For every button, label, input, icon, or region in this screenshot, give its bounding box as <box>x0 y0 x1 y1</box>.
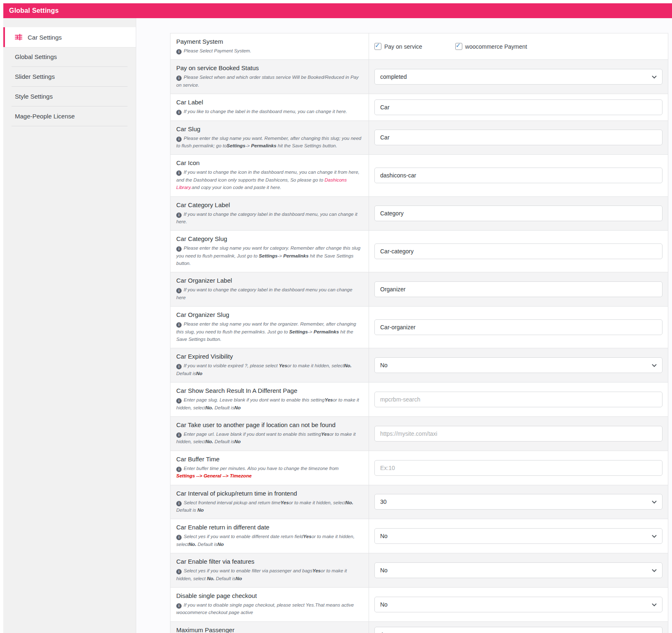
setting-control-cell <box>369 451 668 485</box>
desc-bold-text: No <box>234 405 241 410</box>
settings-row-car-category-label: Car Category LabeliIf you want to change… <box>170 197 668 231</box>
info-icon: i <box>176 603 182 609</box>
setting-control-cell <box>369 417 668 451</box>
select-value: No <box>380 601 388 608</box>
car-icon-input[interactable] <box>374 168 663 183</box>
desc-text: If you want to change the category label… <box>176 287 353 300</box>
setting-description: iSelect yes if you want to enable differ… <box>176 533 362 548</box>
desc-bold-text: Yes <box>312 568 321 573</box>
layout: Car SettingsGlobal SettingsSlider Settin… <box>3 18 672 633</box>
desc-text: Default is <box>213 439 234 444</box>
info-icon: i <box>176 467 182 472</box>
setting-label: Payment System <box>176 38 362 45</box>
info-icon: i <box>176 398 182 404</box>
settings-row-car-category-slug: Car Category SlugiPlease enter the slug … <box>170 231 668 272</box>
info-icon: i <box>176 110 182 115</box>
setting-label-cell: Payment SystemiPlease Select Payment Sys… <box>170 33 369 59</box>
setting-control-cell <box>369 383 668 416</box>
settings-row-car-enable-filter-via-features: Car Enable filter via featuresiSelect ye… <box>170 553 668 588</box>
check-icon: ✓ <box>375 42 380 49</box>
desc-bold-text: No. <box>344 363 352 368</box>
setting-label-cell: Maximum PassengeriSet maximum passenger … <box>170 622 369 633</box>
car-category-label-input[interactable] <box>374 205 663 221</box>
info-icon: i <box>176 170 182 176</box>
car-buffer-time-input[interactable] <box>374 460 663 476</box>
chevron-down-icon <box>651 534 657 539</box>
main-content: Payment SystemiPlease Select Payment Sys… <box>136 18 672 633</box>
setting-label: Car Take user to another page if locatio… <box>176 421 362 428</box>
pay-on-service-booked-status-select[interactable]: completed <box>374 69 663 85</box>
desc-text: If you like to change the label in the d… <box>184 109 347 114</box>
desc-bold-text: Permalinks <box>251 143 276 148</box>
setting-label: Car Label <box>176 99 362 106</box>
setting-control-cell <box>369 197 668 231</box>
setting-label: Car Buffer Time <box>176 456 362 463</box>
car-take-user-to-another-page-if-location-can-not-be-found-input[interactable] <box>374 426 663 442</box>
desc-red-text: Settings --> General --> Timezone <box>176 473 252 478</box>
settings-row-car-label: Car LabeliIf you like to change the labe… <box>170 94 668 120</box>
desc-bold-text: No <box>197 508 203 513</box>
car-organizer-slug-input[interactable] <box>374 319 663 335</box>
desc-text: -> <box>245 143 251 148</box>
setting-description: iIf you want to change the category labe… <box>176 286 362 301</box>
checkbox-woocommerce-payment[interactable]: ✓woocommerce Payment <box>455 43 527 50</box>
desc-text: or to make it hidden, select <box>287 363 344 368</box>
car-slug-input[interactable] <box>374 130 663 145</box>
setting-description: iIf you want to disable single page chec… <box>176 601 362 616</box>
desc-text: Enter buffer time per minutes. Also you … <box>184 466 338 471</box>
sidebar-item-car-settings[interactable]: Car Settings <box>3 27 136 47</box>
info-icon: i <box>176 501 182 506</box>
car-expired-visibility-select[interactable]: No <box>374 357 663 373</box>
info-icon: i <box>176 364 182 369</box>
setting-description: iIf you want to visible expired ?, pleas… <box>176 362 362 377</box>
car-interval-of-pickup-return-time-in-frontend-select[interactable]: 30 <box>374 494 663 510</box>
setting-label: Car Organizer Slug <box>176 311 362 318</box>
sidebar-item-label: Style Settings <box>15 93 53 100</box>
settings-row-car-enable-return-in-different-date: Car Enable return in different dateiSele… <box>170 519 668 553</box>
car-organizer-label-input[interactable] <box>374 281 663 297</box>
desc-text: Enter page slug. Leave blank if you dont… <box>184 397 324 402</box>
info-icon: i <box>176 535 182 540</box>
chevron-down-icon <box>651 363 657 368</box>
settings-row-car-buffer-time: Car Buffer TimeiEnter buffer time per mi… <box>170 451 668 485</box>
car-show-search-result-in-a-different-page-input[interactable] <box>374 392 663 407</box>
setting-label: Car Interval of pickup/return time in fr… <box>176 490 362 497</box>
desc-bold-text: Yes <box>303 534 312 539</box>
car-category-slug-input[interactable] <box>374 243 663 259</box>
settings-row-disable-single-page-checkout: Disable single page checkoutiIf you want… <box>170 588 668 622</box>
maximum-passenger-input[interactable] <box>374 627 663 633</box>
setting-label-cell: Car Show Search Result In A Different Pa… <box>170 383 369 416</box>
settings-row-car-icon: Car IconiIf you want to change the icon … <box>170 155 668 196</box>
desc-text: Please Select when and which order statu… <box>176 75 359 87</box>
checkbox-pay-on-service[interactable]: ✓Pay on service <box>374 43 422 50</box>
sidebar-item-style-settings[interactable]: Style Settings <box>12 87 128 106</box>
setting-description: iEnter page slug. Leave blank if you don… <box>176 396 362 411</box>
desc-bold-text: Yes <box>281 500 289 505</box>
chevron-down-icon <box>651 74 657 80</box>
sidebar-item-mage-people-license[interactable]: Mage-People License <box>12 106 128 126</box>
info-icon: i <box>176 137 182 142</box>
setting-label-cell: Pay on service Booked StatusiPlease Sele… <box>170 60 369 94</box>
checkbox-box[interactable]: ✓ <box>455 43 462 50</box>
desc-text: or to make it hidden, select <box>289 500 345 505</box>
sidebar-item-global-settings[interactable]: Global Settings <box>12 47 128 67</box>
car-enable-filter-via-features-select[interactable]: No <box>374 562 663 578</box>
setting-label: Car Organizer Label <box>176 277 362 284</box>
setting-description: iSelect frontend interval pickup and ret… <box>176 499 362 514</box>
setting-label-cell: Car Interval of pickup/return time in fr… <box>170 485 369 519</box>
sidebar-item-slider-settings[interactable]: Slider Settings <box>12 67 128 87</box>
checkbox-box[interactable]: ✓ <box>374 43 381 50</box>
setting-description: iEnter buffer time per minutes. Also you… <box>176 465 362 480</box>
settings-row-car-expired-visibility: Car Expired VisibilityiIf you want to vi… <box>170 348 668 383</box>
disable-single-page-checkout-select[interactable]: No <box>374 597 663 612</box>
car-enable-return-in-different-date-select[interactable]: No <box>374 528 663 544</box>
sidebar-item-label: Mage-People License <box>15 113 75 120</box>
setting-control-cell <box>369 121 668 155</box>
setting-label-cell: Car Organizer LabeliIf you want to chang… <box>170 272 369 306</box>
settings-row-car-slug: Car SlugiPlease enter the slug name you … <box>170 121 668 155</box>
setting-label: Car Show Search Result In A Different Pa… <box>176 387 362 394</box>
car-label-input[interactable] <box>374 99 663 115</box>
select-value: No <box>380 533 388 539</box>
desc-bold-text: No <box>196 371 202 376</box>
desc-bold-text: No. <box>206 439 213 444</box>
